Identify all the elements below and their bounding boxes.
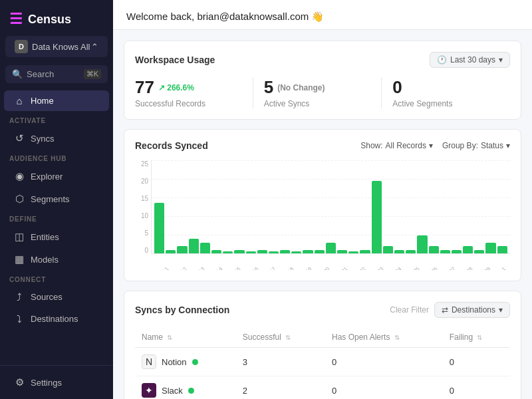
audience-hub-section-label: Audience Hub bbox=[0, 150, 113, 165]
define-section-label: Define bbox=[0, 210, 113, 225]
home-icon: ⌂ bbox=[13, 95, 25, 106]
destination-filter-chevron: ▾ bbox=[499, 305, 503, 315]
chart-bar bbox=[348, 251, 358, 253]
conn-successful-cell: 2 bbox=[236, 376, 325, 400]
x-label: Feb 12 bbox=[172, 266, 188, 270]
conn-name-cell: ✦ Slack bbox=[135, 376, 236, 400]
destination-filter-label: Destinations bbox=[452, 305, 495, 315]
search-shortcut: ⌘K bbox=[84, 69, 101, 79]
x-label: Feb 18 bbox=[279, 266, 295, 270]
sidebar-item-syncs[interactable]: ↺ Syncs bbox=[4, 128, 109, 149]
col-failing: Failing ⇅ bbox=[443, 327, 510, 348]
chart-bar bbox=[406, 250, 416, 253]
sidebar-item-settings[interactable]: ⚙ Settings bbox=[4, 372, 109, 393]
sidebar-item-entities[interactable]: ◫ Entities bbox=[4, 226, 109, 247]
workspace-chevron: ⌃ bbox=[91, 42, 98, 52]
group-by-label: Group By: bbox=[442, 141, 478, 150]
chart-bar bbox=[383, 246, 393, 253]
group-by-control[interactable]: Group By: Status ▾ bbox=[442, 141, 510, 150]
chart-bar bbox=[246, 251, 256, 253]
table-row: N Notion 3 0 0 bbox=[135, 348, 510, 376]
chart-bar bbox=[360, 250, 370, 253]
active-syncs-value: 5 bbox=[264, 77, 273, 98]
status-indicator bbox=[192, 359, 198, 365]
x-label: Feb 16 bbox=[243, 266, 259, 270]
chart-bar bbox=[440, 250, 450, 253]
alerts-sort-icon[interactable]: ⇅ bbox=[394, 334, 400, 341]
chart-area: 2520151050 Feb 11Feb 12Feb 13Feb 14Feb 1… bbox=[135, 160, 510, 270]
show-label: Show: bbox=[360, 141, 382, 150]
chart-bar bbox=[337, 250, 347, 253]
sidebar-item-sources[interactable]: ⤴ Sources bbox=[4, 287, 109, 307]
slack-icon: ✦ bbox=[142, 383, 156, 398]
main-content: Welcome back, brian@dataknowsall.com 👋 W… bbox=[113, 0, 532, 399]
sidebar-item-home[interactable]: ⌂ Home bbox=[4, 90, 109, 111]
sidebar-item-models[interactable]: ▦ Models bbox=[4, 249, 109, 270]
chart-bar bbox=[497, 246, 507, 253]
status-indicator bbox=[188, 388, 194, 394]
logo-icon: ☰ bbox=[9, 11, 23, 28]
show-control[interactable]: Show: All Records ▾ bbox=[360, 141, 433, 150]
sidebar-item-entities-label: Entities bbox=[31, 232, 59, 242]
date-filter-button[interactable]: 🕐 Last 30 days ▾ bbox=[430, 52, 510, 68]
chart-x-labels: Feb 11Feb 12Feb 13Feb 14Feb 15Feb 16Feb … bbox=[151, 255, 510, 270]
syncs-by-connection-card: Syncs by Connection Clear Filter ⇄ Desti… bbox=[124, 291, 521, 399]
logo: ☰ Census bbox=[0, 0, 113, 36]
successful-records-change: ↗ 266.6% bbox=[158, 83, 194, 92]
explorer-icon: ◉ bbox=[13, 170, 25, 182]
usage-stat-syncs: 5 (No Change) Active Syncs bbox=[253, 77, 382, 108]
sidebar: ☰ Census D Data Knows All ⌃ 🔍 Search ⌘K … bbox=[0, 0, 113, 399]
y-label: 20 bbox=[135, 178, 150, 185]
col-alerts: Has Open Alerts ⇅ bbox=[325, 327, 443, 348]
x-label: Feb 21 bbox=[333, 266, 349, 270]
chart-bar bbox=[166, 250, 176, 253]
sidebar-item-segments-label: Segments bbox=[31, 194, 70, 204]
connect-section-label: Connect bbox=[0, 271, 113, 286]
conn-failing-cell: 0 bbox=[443, 348, 510, 376]
show-chevron: ▾ bbox=[429, 141, 433, 150]
sidebar-item-destinations-label: Destinations bbox=[31, 314, 78, 324]
connections-table: Name ⇅ Successful ⇅ Has Open Alerts ⇅ bbox=[135, 327, 510, 399]
x-label: Feb 24 bbox=[386, 266, 402, 270]
chart-bar bbox=[223, 251, 233, 253]
chart-bar bbox=[211, 250, 221, 253]
active-segments-label: Active Segments bbox=[392, 99, 499, 108]
date-filter-chevron: ▾ bbox=[499, 55, 503, 65]
chart-bar bbox=[474, 250, 484, 253]
sidebar-item-destinations[interactable]: ⤵ Destinations bbox=[4, 309, 109, 329]
successful-sort-icon[interactable]: ⇅ bbox=[285, 334, 291, 341]
workspace-selector[interactable]: D Data Knows All ⌃ bbox=[5, 36, 108, 57]
active-segments-value: 0 bbox=[392, 77, 402, 98]
x-label: Feb 20 bbox=[315, 266, 331, 270]
x-label: Mar 2 bbox=[508, 266, 510, 270]
chart-y-labels: 2520151050 bbox=[135, 160, 150, 254]
y-label: 0 bbox=[135, 247, 150, 254]
sidebar-item-segments[interactable]: ⬡ Segments bbox=[4, 188, 109, 209]
destinations-icon: ⤵ bbox=[13, 313, 25, 325]
y-label: 10 bbox=[135, 212, 150, 219]
failing-sort-icon[interactable]: ⇅ bbox=[477, 334, 482, 341]
sidebar-item-settings-label: Settings bbox=[31, 378, 62, 388]
sidebar-item-explorer-label: Explorer bbox=[31, 172, 63, 182]
search-bar[interactable]: 🔍 Search ⌘K bbox=[5, 65, 108, 83]
x-label: Feb 17 bbox=[261, 266, 277, 270]
active-syncs-change: (No Change) bbox=[277, 83, 325, 92]
clock-icon: 🕐 bbox=[437, 55, 447, 65]
models-icon: ▦ bbox=[13, 253, 25, 265]
sidebar-item-explorer[interactable]: ◉ Explorer bbox=[4, 166, 109, 187]
chart-bar bbox=[372, 181, 382, 253]
chart-controls: Show: All Records ▾ Group By: Status ▾ bbox=[360, 141, 510, 150]
x-label: Feb 27 bbox=[440, 266, 456, 270]
group-by-chevron: ▾ bbox=[506, 141, 510, 150]
settings-icon: ⚙ bbox=[13, 376, 25, 388]
destination-filter-button[interactable]: ⇄ Destinations ▾ bbox=[434, 302, 510, 318]
col-successful: Successful ⇅ bbox=[236, 327, 325, 348]
y-label: 15 bbox=[135, 195, 150, 202]
chart-bar bbox=[291, 251, 301, 253]
workspace-usage-card: Workspace Usage 🕐 Last 30 days ▾ 77 ↗ 26… bbox=[124, 41, 521, 120]
conn-alerts-cell: 0 bbox=[325, 376, 443, 400]
clear-filter-button[interactable]: Clear Filter bbox=[390, 305, 429, 315]
name-sort-icon[interactable]: ⇅ bbox=[167, 334, 172, 341]
chart-bar bbox=[303, 250, 313, 253]
x-label: Feb 15 bbox=[225, 266, 241, 270]
